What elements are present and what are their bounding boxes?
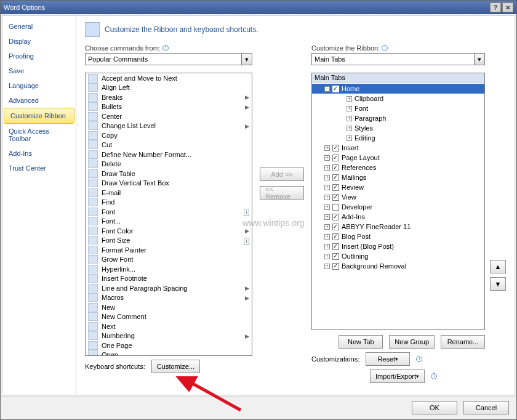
tree-checkbox[interactable] bbox=[332, 204, 339, 211]
sidebar-item-customize-ribbon[interactable]: Customize Ribbon bbox=[4, 108, 74, 124]
expand-icon[interactable]: + bbox=[347, 126, 352, 131]
info-icon[interactable]: i bbox=[162, 45, 169, 51]
sidebar-item-advanced[interactable]: Advanced bbox=[2, 93, 76, 108]
command-item[interactable]: Format Painter bbox=[86, 245, 252, 255]
command-item[interactable]: Delete bbox=[86, 160, 252, 169]
chevron-down-icon[interactable]: ▾ bbox=[241, 53, 252, 65]
tree-checkbox[interactable] bbox=[332, 174, 339, 181]
rename-button[interactable]: Rename... bbox=[441, 335, 485, 349]
sidebar-item-trust-center[interactable]: Trust Center bbox=[2, 161, 76, 176]
tree-checkbox[interactable] bbox=[332, 164, 339, 171]
info-icon[interactable]: i bbox=[431, 373, 437, 379]
command-item[interactable]: Center bbox=[86, 111, 252, 121]
command-item[interactable]: Change List Level▶ bbox=[86, 121, 252, 131]
command-item[interactable]: Breaks▶ bbox=[86, 92, 252, 102]
tree-row[interactable]: +Styles bbox=[312, 123, 484, 133]
command-item[interactable]: E-mail bbox=[86, 188, 252, 198]
info-icon[interactable]: i bbox=[382, 45, 388, 51]
tree-row[interactable]: +Outlining bbox=[312, 251, 484, 261]
expand-icon[interactable]: + bbox=[324, 224, 330, 230]
choose-commands-combo[interactable]: ▾ bbox=[85, 53, 252, 65]
command-item[interactable]: Accept and Move to Next bbox=[86, 73, 252, 83]
sidebar-item-general[interactable]: General bbox=[2, 19, 76, 34]
expand-icon[interactable]: + bbox=[324, 145, 330, 151]
command-item[interactable]: Insert Footnote bbox=[86, 274, 252, 284]
tree-row[interactable]: +Review bbox=[312, 182, 484, 192]
customize-ribbon-combo[interactable]: ▾ bbox=[311, 53, 485, 65]
new-tab-button[interactable]: New Tab bbox=[339, 335, 383, 349]
tree-row[interactable]: +References bbox=[312, 163, 484, 172]
new-group-button[interactable]: New Group bbox=[389, 335, 435, 349]
command-item[interactable]: Next bbox=[86, 321, 252, 331]
command-item[interactable]: Macros▶ bbox=[86, 293, 252, 303]
tree-checkbox[interactable] bbox=[332, 224, 339, 230]
command-item[interactable]: Copy bbox=[86, 131, 252, 140]
cancel-button[interactable]: Cancel bbox=[463, 401, 509, 414]
command-item[interactable]: Line and Paragraph Spacing▶ bbox=[86, 283, 252, 293]
help-button[interactable]: ? bbox=[490, 2, 501, 12]
tree-checkbox[interactable] bbox=[332, 155, 339, 161]
customize-shortcuts-button[interactable]: Customize... bbox=[151, 360, 200, 373]
command-item[interactable]: Font SizeI bbox=[86, 236, 252, 246]
tree-row[interactable]: +Insert (Blog Post) bbox=[312, 241, 484, 251]
customize-ribbon-value[interactable] bbox=[311, 53, 474, 65]
expand-icon[interactable]: + bbox=[324, 185, 330, 190]
command-item[interactable]: One Page bbox=[86, 341, 252, 350]
tree-row[interactable]: +Developer bbox=[312, 202, 484, 212]
command-item[interactable]: New Comment bbox=[86, 312, 252, 322]
tree-row[interactable]: +ABBYY FineReader 11 bbox=[312, 222, 484, 232]
command-item[interactable]: New bbox=[86, 302, 252, 312]
expand-icon[interactable]: + bbox=[324, 155, 330, 161]
tree-checkbox[interactable] bbox=[332, 253, 339, 260]
tree-checkbox[interactable] bbox=[332, 145, 339, 151]
command-item[interactable]: Numbering▶ bbox=[86, 331, 252, 341]
command-item[interactable]: Hyperlink... bbox=[86, 264, 252, 274]
ok-button[interactable]: OK bbox=[412, 401, 457, 414]
command-item[interactable]: Draw Table bbox=[86, 169, 252, 179]
reset-button[interactable]: Reset bbox=[366, 352, 410, 366]
tree-row[interactable]: +Insert bbox=[312, 143, 484, 153]
tree-checkbox[interactable] bbox=[332, 263, 339, 270]
tree-checkbox[interactable] bbox=[332, 184, 339, 191]
expand-icon[interactable]: + bbox=[324, 175, 330, 180]
tree-row[interactable]: +Font bbox=[312, 103, 484, 113]
sidebar-item-save[interactable]: Save bbox=[2, 63, 76, 78]
move-down-button[interactable]: ▼ bbox=[490, 277, 506, 291]
ribbon-tree[interactable]: Main Tabs -Home+Clipboard+Font+Paragraph… bbox=[311, 73, 485, 330]
commands-listbox[interactable]: Accept and Move to NextAlign LeftBreaks▶… bbox=[85, 73, 252, 356]
remove-button[interactable]: << Remove bbox=[260, 186, 304, 200]
sidebar-item-quick-access-toolbar[interactable]: Quick Access Toolbar bbox=[2, 124, 76, 146]
expand-icon[interactable]: - bbox=[324, 86, 330, 92]
expand-icon[interactable]: + bbox=[324, 204, 330, 210]
command-item[interactable]: Open bbox=[86, 350, 252, 356]
expand-icon[interactable]: + bbox=[324, 234, 330, 240]
expand-icon[interactable]: + bbox=[324, 244, 330, 249]
command-item[interactable]: Grow Font bbox=[86, 255, 252, 265]
command-item[interactable]: Align Left bbox=[86, 83, 252, 93]
expand-icon[interactable]: + bbox=[347, 96, 352, 102]
tree-row[interactable]: +Blog Post bbox=[312, 232, 484, 241]
tree-row[interactable]: +Editing bbox=[312, 133, 484, 143]
sidebar-item-proofing[interactable]: Proofing bbox=[2, 49, 76, 63]
tree-row[interactable]: +View bbox=[312, 192, 484, 202]
expand-icon[interactable]: + bbox=[347, 116, 352, 121]
close-button[interactable]: ✕ bbox=[502, 2, 513, 12]
sidebar-item-add-ins[interactable]: Add-Ins bbox=[2, 146, 76, 161]
command-item[interactable]: Find bbox=[86, 198, 252, 208]
tree-checkbox[interactable] bbox=[332, 233, 339, 240]
command-item[interactable]: Draw Vertical Text Box bbox=[86, 179, 252, 188]
tree-checkbox[interactable] bbox=[332, 86, 339, 92]
command-item[interactable]: Define New Number Format... bbox=[86, 150, 252, 160]
move-up-button[interactable]: ▲ bbox=[490, 260, 506, 273]
tree-checkbox[interactable] bbox=[332, 214, 339, 220]
tree-row[interactable]: +Clipboard bbox=[312, 94, 484, 103]
chevron-down-icon[interactable]: ▾ bbox=[474, 53, 485, 65]
tree-row[interactable]: +Background Removal bbox=[312, 261, 484, 271]
expand-icon[interactable]: + bbox=[347, 106, 352, 111]
command-item[interactable]: FontI bbox=[86, 207, 252, 217]
command-item[interactable]: Font Color▶ bbox=[86, 226, 252, 236]
info-icon[interactable]: i bbox=[416, 356, 422, 362]
add-button[interactable]: Add >> bbox=[260, 168, 304, 181]
import-export-button[interactable]: Import/Export bbox=[370, 370, 425, 383]
command-item[interactable]: Bullets▶ bbox=[86, 102, 252, 112]
